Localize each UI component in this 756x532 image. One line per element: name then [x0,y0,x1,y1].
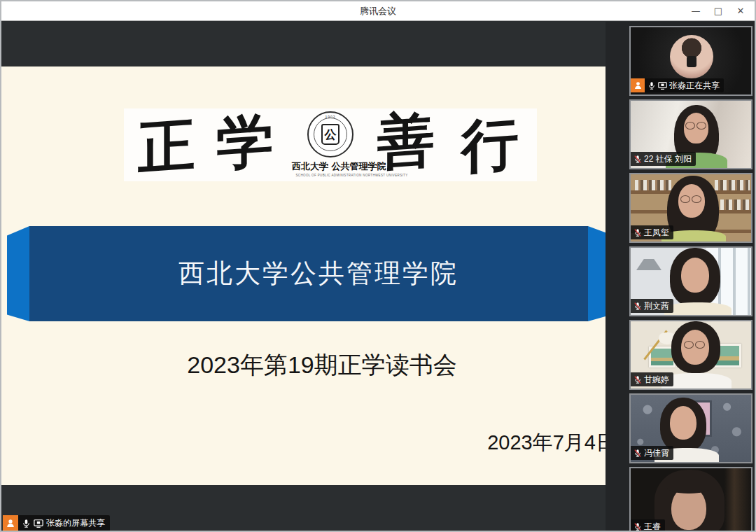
mic-muted-icon [634,522,642,531]
participant-tile[interactable]: 张淼正在共享 [629,26,752,96]
participant-name: 王睿 [644,521,661,532]
mic-muted-icon [634,375,642,384]
ribbon-end-left [7,226,29,321]
school-name-en: SCHOOL OF PUBLIC ADMINISTRATION NORTHWES… [296,173,365,176]
screen-share-icon [34,519,43,528]
calligraphy-banner: 正 学 1902 公 西北大学 公共管理学院 SCHOOL OF PUBLIC … [124,108,537,181]
participant-nametag: 王睿 [631,519,665,532]
university-seal-logo: 1902 公 西北大学 公共管理学院 SCHOOL OF PUBLIC ADMI… [292,111,369,180]
calligraphy-char: 善 [377,109,435,171]
avatar [670,35,713,78]
mic-muted-icon [634,228,642,237]
screen-share-icon [658,81,667,90]
maximize-icon[interactable]: □ [707,2,729,20]
participant-nametag: 22 社保 刘阳 [631,152,696,166]
window-controls: — □ ✕ [685,1,752,21]
calligraphy-char: 正 [138,115,195,176]
presenter-icon [631,78,645,92]
share-label: 张淼的屏幕共享 [46,517,105,529]
mic-muted-icon [634,449,642,458]
close-icon[interactable]: ✕ [729,2,752,20]
ribbon-band: 西北大学公共管理学院 [29,226,588,321]
participant-nametag: 王凤玺 [631,225,673,239]
participant-name: 张淼正在共享 [669,80,720,92]
shared-screen-viewport[interactable]: 正 学 1902 公 西北大学 公共管理学院 SCHOOL OF PUBLIC … [1,66,623,485]
person-icon [634,80,643,90]
participant-tile[interactable]: 22 社保 刘阳 [629,99,752,169]
slide-date: 2023年7月4日 [487,429,616,457]
participant-name: 王凤玺 [644,227,669,239]
calligraphy-char: 行 [461,113,519,175]
window-titlebar: 腾讯会议 — □ ✕ [1,1,755,21]
participant-name: 22 社保 刘阳 [644,153,692,165]
seal-circle: 1902 公 [307,111,354,158]
seal-emblem: 公 [321,124,340,145]
mic-muted-icon [634,302,642,311]
participant-nametag: 冯佳霄 [631,446,673,460]
slide-title: 西北大学公共管理学院 [178,256,458,291]
meeting-main-area: 正 学 1902 公 西北大学 公共管理学院 SCHOOL OF PUBLIC … [1,22,755,531]
mic-icon [22,519,31,528]
person-icon [6,518,15,528]
calligraphy-char: 学 [216,111,274,172]
participant-tile[interactable]: 冯佳霄 [629,393,752,463]
participant-tile[interactable]: 王睿 [629,467,752,532]
participant-tile[interactable]: 王凤玺 [629,173,752,243]
share-label-pill: 张淼的屏幕共享 [18,515,110,531]
school-name-cn: 西北大学 公共管理学院 [292,160,369,173]
participant-nametag: 荆文茜 [631,299,673,313]
presenter-icon [3,515,18,531]
participant-name: 甘婉婷 [644,374,669,386]
participant-tile[interactable]: 甘婉婷 [629,320,752,390]
slide-subtitle: 2023年第19期正学读书会 [1,349,623,382]
participant-name: 荆文茜 [644,300,669,312]
participants-sidebar: 张淼正在共享 22 社保 刘阳 [606,22,755,531]
title-ribbon: 西北大学公共管理学院 [1,226,623,321]
window-title: 腾讯会议 [1,1,755,21]
participant-name: 冯佳霄 [644,447,669,459]
mic-muted-icon [634,155,642,164]
participant-nametag: 甘婉婷 [631,372,673,386]
screen-share-indicator: 张淼的屏幕共享 [3,515,110,531]
participant-nametag: 张淼正在共享 [631,78,724,92]
minimize-icon[interactable]: — [685,2,707,20]
mic-icon [648,81,656,90]
participant-tile[interactable]: 荆文茜 [629,246,752,316]
tencent-meeting-window: 腾讯会议 — □ ✕ 正 学 1902 公 西北大学 公共管理学院 SCHOOL… [0,0,756,532]
